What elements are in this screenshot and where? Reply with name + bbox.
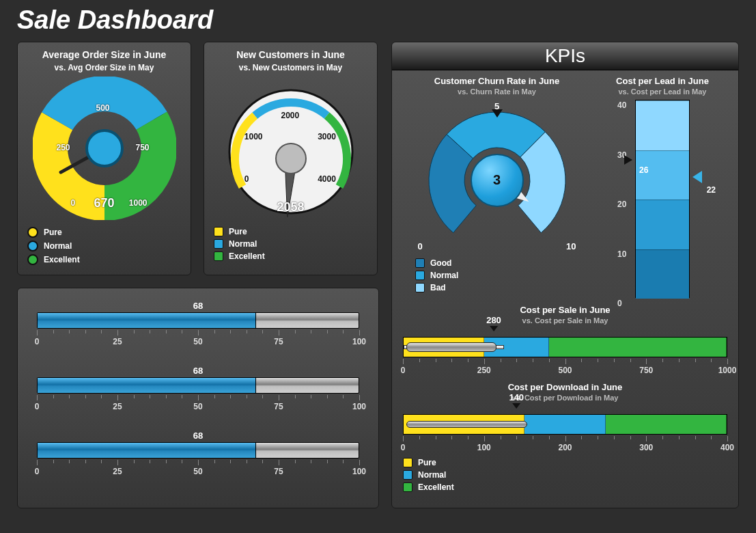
cost-lead-title: Cost per Lead in June xyxy=(598,76,727,86)
bar-value: 68 xyxy=(37,366,359,376)
target-value: 22 xyxy=(707,185,716,195)
churn-legend: Good Normal Bad xyxy=(415,258,591,292)
legend-label: Excellent xyxy=(229,251,265,261)
page-title: Sale Dashboard xyxy=(17,0,739,42)
normal-swatch-icon xyxy=(403,470,412,480)
legend-label: Pure xyxy=(229,227,247,236)
cost-download-value: 140 xyxy=(509,392,524,402)
panel-progress-bars: 680255075100680255075100680255075100 xyxy=(17,288,379,508)
cost-sale-subtitle: vs. Cost per Sale in May xyxy=(403,316,727,325)
legend-label: Pure xyxy=(44,228,62,237)
cost-lead-subtitle: vs. Cost per Lead in May xyxy=(598,87,727,96)
bad-swatch-icon xyxy=(415,283,425,292)
avg-order-title: Average Order Size in June xyxy=(27,49,181,60)
target-marker-icon xyxy=(692,171,702,183)
legend-label: Normal xyxy=(430,271,458,280)
bar-track xyxy=(37,442,359,459)
good-swatch-icon xyxy=(415,258,425,268)
legend-label: Excellent xyxy=(418,482,454,492)
churn-chart: Customer Churn Rate in June vs. Churn Ra… xyxy=(403,76,591,298)
cost-per-lead-chart: Cost per Lead in June vs. Cost per Lead … xyxy=(598,76,727,298)
excellent-swatch-icon xyxy=(214,251,223,261)
progress-bar: 680255075100 xyxy=(37,301,359,346)
avg-order-subtitle: vs. Avg Order Size in May xyxy=(27,63,181,72)
progress-bar: 680255075100 xyxy=(37,430,359,476)
pure-swatch-icon xyxy=(403,458,412,467)
churn-value: 3 xyxy=(471,154,524,207)
pure-swatch-icon xyxy=(214,227,223,236)
cost-download-title: Cost per Download in June xyxy=(403,382,727,392)
new-customers-subtitle: vs. New Customers in May xyxy=(214,63,367,72)
new-customers-legend: Pure Normal Excellent xyxy=(214,227,367,261)
cost-sale-thumb-icon xyxy=(406,342,496,352)
new-customers-title: New Customers in June xyxy=(214,49,367,60)
avg-order-value: 670 xyxy=(94,196,114,210)
progress-bar: 680255075100 xyxy=(37,366,359,411)
svg-point-2 xyxy=(87,131,122,166)
kpi-legend: Pure Normal Excellent xyxy=(403,458,727,492)
panel-kpis: KPIs Customer Churn Rate in June vs. Chu… xyxy=(391,42,739,508)
cost-download-subtitle: vs. Cost per Download in May xyxy=(403,394,727,402)
actual-marker-icon xyxy=(624,155,632,165)
bar-fill-icon xyxy=(38,443,256,458)
normal-swatch-icon xyxy=(415,271,425,280)
cost-sale-title: Cost per Sale in June xyxy=(403,305,727,315)
avg-order-legend: Pure Normal Excellent xyxy=(27,227,181,265)
bar-value: 68 xyxy=(37,430,359,441)
excellent-swatch-icon xyxy=(403,482,412,492)
legend-label: Good xyxy=(430,258,451,268)
pure-swatch-icon xyxy=(27,227,38,238)
kpi-header: KPIs xyxy=(392,42,738,70)
legend-label: Excellent xyxy=(44,255,80,264)
new-customers-value: 2058 xyxy=(277,200,304,215)
new-customers-gauge: 2058 01000200030004000 xyxy=(219,77,363,220)
legend-label: Normal xyxy=(44,241,72,251)
churn-target-marker-icon xyxy=(492,109,503,118)
legend-label: Normal xyxy=(229,239,257,249)
panel-avg-order: Average Order Size in June vs. Avg Order… xyxy=(17,42,191,275)
churn-tick: 0 xyxy=(418,241,423,251)
bar-fill-icon xyxy=(38,313,256,328)
avg-order-gauge: 670 25050075001000 xyxy=(33,77,176,220)
normal-swatch-icon xyxy=(214,239,223,249)
bar-track xyxy=(37,312,359,329)
actual-value: 26 xyxy=(639,165,648,175)
panel-new-customers: New Customers in June vs. New Customers … xyxy=(204,42,378,275)
excellent-swatch-icon xyxy=(27,254,38,265)
svg-point-5 xyxy=(276,144,306,174)
cost-per-sale-chart: Cost per Sale in June vs. Cost per Sale … xyxy=(403,305,727,375)
bar-track xyxy=(37,377,359,394)
churn-subtitle: vs. Churn Rate in May xyxy=(403,87,591,96)
cost-per-download-chart: Cost per Download in June vs. Cost per D… xyxy=(403,382,727,452)
cost-sale-value: 280 xyxy=(486,315,501,325)
churn-title: Customer Churn Rate in June xyxy=(403,76,591,86)
normal-swatch-icon xyxy=(27,241,38,251)
legend-label: Pure xyxy=(418,458,436,467)
legend-label: Bad xyxy=(430,283,446,292)
bar-fill-icon xyxy=(38,378,256,393)
cost-download-thumb-icon xyxy=(406,421,527,428)
legend-label: Normal xyxy=(418,470,446,480)
churn-tick: 10 xyxy=(566,241,576,251)
bar-value: 68 xyxy=(37,301,359,311)
